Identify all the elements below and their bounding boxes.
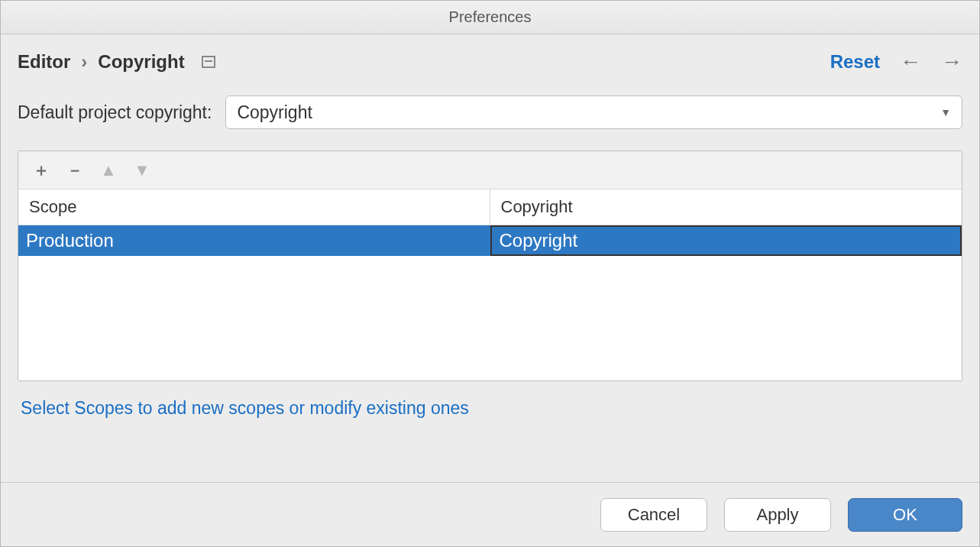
link-row: Select Scopes to add new scopes or modif…: [18, 381, 962, 437]
header-actions: Reset ← →: [830, 51, 962, 73]
back-arrow-icon[interactable]: ←: [900, 51, 921, 73]
forward-arrow-icon[interactable]: →: [941, 51, 962, 73]
cell-copyright[interactable]: Copyright: [490, 225, 962, 256]
minus-icon: －: [66, 159, 83, 182]
select-scopes-link[interactable]: Select Scopes to add new scopes or modif…: [21, 398, 469, 418]
column-scope[interactable]: Scope: [18, 189, 490, 225]
table-body: Production Copyright: [18, 225, 962, 380]
default-copyright-field: Default project copyright: Copyright ▼: [18, 95, 962, 129]
default-copyright-select[interactable]: Copyright ▼: [225, 95, 962, 129]
header-row: Editor › Copyright Reset ← →: [18, 51, 962, 73]
ok-button[interactable]: OK: [848, 498, 962, 532]
scopes-table: ＋ － ▲ ▼ Scope Copyright Production Copyr…: [18, 151, 962, 381]
default-copyright-label: Default project copyright:: [18, 102, 212, 123]
add-button[interactable]: ＋: [27, 157, 55, 184]
breadcrumb-copyright[interactable]: Copyright: [98, 51, 184, 73]
breadcrumb: Editor › Copyright: [18, 51, 215, 73]
move-up-button[interactable]: ▲: [95, 157, 122, 184]
table-row[interactable]: Production Copyright: [18, 225, 962, 256]
column-copyright[interactable]: Copyright: [490, 189, 962, 225]
cancel-button[interactable]: Cancel: [600, 498, 707, 532]
breadcrumb-editor[interactable]: Editor: [18, 51, 70, 73]
project-scope-icon: [202, 56, 215, 68]
remove-button[interactable]: －: [61, 157, 89, 184]
triangle-down-icon: ▼: [134, 160, 150, 180]
chevron-right-icon: ›: [81, 51, 87, 73]
dialog-footer: Cancel Apply OK: [1, 482, 979, 546]
table-toolbar: ＋ － ▲ ▼: [18, 151, 962, 189]
reset-button[interactable]: Reset: [830, 51, 880, 73]
plus-icon: ＋: [33, 159, 50, 182]
triangle-up-icon: ▲: [100, 160, 117, 180]
default-copyright-value: Copyright: [237, 102, 312, 123]
table-header: Scope Copyright: [18, 189, 962, 225]
window-title: Preferences: [1, 1, 979, 34]
chevron-down-icon: ▼: [940, 106, 951, 118]
content-pane: Editor › Copyright Reset ← → Default pro…: [1, 34, 979, 482]
apply-button[interactable]: Apply: [724, 498, 831, 532]
cell-scope[interactable]: Production: [18, 225, 490, 256]
move-down-button[interactable]: ▼: [128, 157, 156, 184]
